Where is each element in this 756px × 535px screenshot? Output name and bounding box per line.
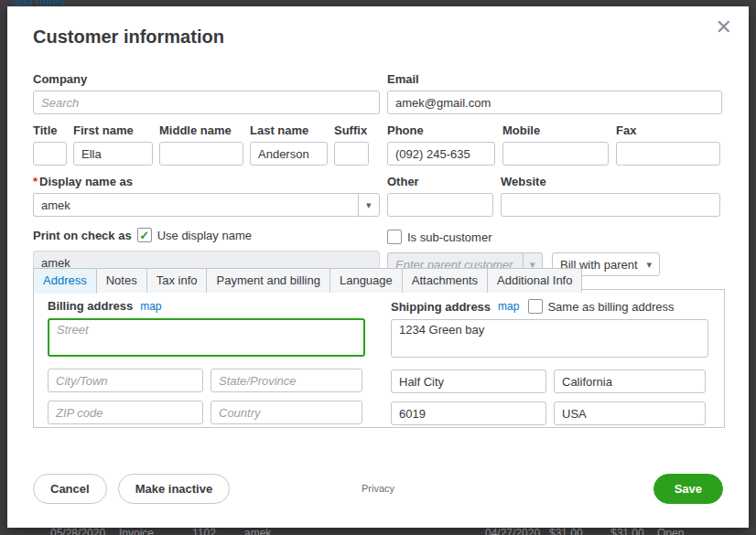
privacy-link[interactable]: Privacy <box>362 483 394 494</box>
use-display-name-label: Use display name <box>157 229 252 242</box>
make-inactive-button[interactable]: Make inactive <box>118 474 231 504</box>
shipping-map-link[interactable]: map <box>498 300 519 313</box>
dialog-footer: Cancel Make inactive Privacy Save <box>33 473 723 504</box>
billing-state-input[interactable] <box>211 369 362 392</box>
bg-row-type: Invoice <box>119 527 154 535</box>
bg-row-status: Open <box>657 527 684 535</box>
first-name-label: First name <box>73 123 153 137</box>
tab-payment-and-billing[interactable]: Payment and billing <box>206 268 329 293</box>
tab-notes[interactable]: Notes <box>96 268 147 293</box>
detail-tabs: Address Notes Tax info Payment and billi… <box>33 268 581 293</box>
website-label: Website <box>501 175 720 188</box>
bill-with-parent-caret-icon: ▾ <box>646 259 652 271</box>
shipping-street-input[interactable]: 1234 Green bay <box>391 319 708 358</box>
cancel-button[interactable]: Cancel <box>33 474 107 504</box>
address-tab-panel: Billing address map Shipping address map <box>33 289 725 428</box>
phone-label: Phone <box>387 123 495 137</box>
bg-row-due-date: 04/27/2020 <box>485 527 540 535</box>
tab-additional-info[interactable]: Additional Info <box>487 268 582 293</box>
other-input[interactable] <box>387 193 493 217</box>
is-sub-customer-checkbox[interactable]: ✓ <box>387 230 402 244</box>
mobile-input[interactable] <box>502 142 609 166</box>
title-label: Title <box>33 123 67 137</box>
shipping-city-input[interactable] <box>391 369 546 393</box>
fax-label: Fax <box>616 123 720 137</box>
shipping-state-input[interactable] <box>554 369 706 393</box>
bg-row-amount: $31.00 <box>549 527 583 535</box>
email-input[interactable] <box>387 91 722 114</box>
billing-address-label: Billing address <box>48 299 133 313</box>
first-name-input[interactable] <box>73 142 153 166</box>
print-on-check-label: Print on check as <box>33 229 132 242</box>
shipping-address-section: Shipping address map ✓ Same as billing a… <box>391 297 708 425</box>
tab-attachments[interactable]: Attachments <box>402 268 488 293</box>
company-label: Company <box>33 72 380 86</box>
billing-city-input[interactable] <box>48 369 203 392</box>
same-as-billing-checkbox[interactable]: ✓ <box>528 299 543 314</box>
shipping-zip-input[interactable] <box>391 401 546 425</box>
company-input[interactable] <box>33 91 380 114</box>
billing-country-input[interactable] <box>211 401 362 424</box>
last-name-label: Last name <box>250 123 328 137</box>
middle-name-input[interactable] <box>159 142 243 166</box>
billing-address-section: Billing address map <box>48 297 365 425</box>
last-name-input[interactable] <box>250 142 328 166</box>
display-name-dropdown-icon[interactable]: ▾ <box>358 193 380 217</box>
middle-name-label: Middle name <box>159 123 243 137</box>
display-name-label: *Display name as <box>33 175 380 188</box>
fax-input[interactable] <box>616 142 720 166</box>
is-sub-customer-label: Is sub-customer <box>407 230 491 244</box>
save-button[interactable]: Save <box>653 474 723 504</box>
tab-tax-info[interactable]: Tax info <box>146 268 208 293</box>
dialog-title: Customer information <box>33 27 224 48</box>
suffix-label: Suffix <box>334 123 369 137</box>
display-name-combobox: ▾ <box>33 193 380 217</box>
customer-information-dialog: Customer information ✕ Company Email Tit… <box>7 6 749 528</box>
title-input[interactable] <box>33 142 67 166</box>
customer-form: Company Email Title First name Mi <box>33 63 723 276</box>
other-label: Other <box>387 175 493 188</box>
same-as-billing-label: Same as billing address <box>547 300 674 314</box>
use-display-name-checkbox[interactable]: ✓ <box>137 228 152 242</box>
tab-language[interactable]: Language <box>329 268 403 293</box>
bg-row-open-balance: $31.00 <box>610 527 644 535</box>
bg-row-date: 05/28/2020 <box>50 527 105 535</box>
bg-row-number: 1102 <box>192 527 216 535</box>
phone-input[interactable] <box>387 142 495 166</box>
bg-row-customer: amek <box>244 527 271 535</box>
billing-zip-input[interactable] <box>48 401 203 424</box>
email-label: Email <box>387 72 722 86</box>
display-name-input[interactable] <box>33 193 358 217</box>
website-input[interactable] <box>501 193 720 217</box>
billing-map-link[interactable]: map <box>140 300 161 313</box>
tab-address[interactable]: Address <box>33 268 97 294</box>
shipping-country-input[interactable] <box>554 401 706 425</box>
close-icon[interactable]: ✕ <box>712 14 736 41</box>
shipping-address-label: Shipping address <box>391 300 491 314</box>
suffix-input[interactable] <box>334 142 369 166</box>
required-asterisk: * <box>33 175 38 188</box>
billing-street-input[interactable] <box>48 318 365 357</box>
mobile-label: Mobile <box>502 123 609 137</box>
